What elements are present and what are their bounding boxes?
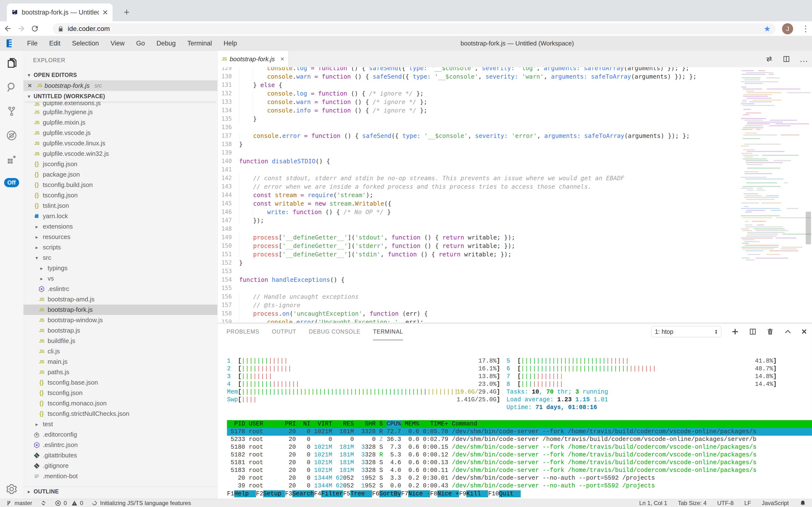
file-.eslintrc[interactable]: .eslintrc (23, 284, 217, 294)
split-editor-icon[interactable] (783, 55, 790, 63)
file-gulpfile.vscode.js[interactable]: JSgulpfile.vscode.js (23, 128, 217, 138)
process-row[interactable]: 5181 root 20 0 1021M 181M 3328 S 4.6 0.6… (227, 459, 812, 467)
kill-terminal-trash-icon[interactable] (766, 328, 774, 336)
menu-debug[interactable]: Debug (150, 40, 182, 47)
terminal-select[interactable]: 1: htop ▲▼ (651, 326, 721, 337)
process-row[interactable]: 39 root 20 0 1344M 62052 1952 S 0.0 0.2 … (227, 482, 812, 490)
fkey-f8[interactable]: F8 (430, 490, 437, 497)
htop-fkey-bar[interactable]: F1Help F2Setup F3SearchF4FilterF5Tree F6… (227, 490, 812, 498)
more-actions-icon[interactable]: … (799, 57, 808, 61)
file-.editorconfig[interactable]: .editorconfig (23, 429, 217, 440)
status-eol[interactable]: LF (744, 500, 751, 507)
file-.eslintrc.json[interactable]: .eslintrc.json (23, 440, 217, 450)
status-encoding[interactable]: UTF-8 (717, 500, 734, 507)
fkey-f5[interactable]: F5 (343, 490, 350, 497)
terminal-htop[interactable]: 1 [||||||||||||17.8%]2 [|||||||||||||16.… (227, 340, 812, 499)
activitybar-extensions[interactable] (0, 148, 23, 172)
file-tslint.json[interactable]: {}tslint.json (23, 201, 217, 211)
fkey-f6[interactable]: F6 (372, 490, 379, 497)
file-bootstrap-fork.js[interactable]: JSbootstrap-fork.js (23, 304, 217, 315)
reload-icon[interactable] (30, 24, 44, 33)
editor-tab-bootstrap-fork[interactable]: JS bootstrap-fork.js × (218, 51, 289, 67)
folder-test[interactable]: ▸test (23, 419, 217, 429)
file-yarn.lock[interactable]: yarn.lock (23, 211, 217, 221)
file-tsconfig.base.json[interactable]: {}tsconfig.base.json (23, 377, 217, 388)
panel-tab-terminal[interactable]: TERMINAL (373, 323, 403, 340)
file-tsconfig.strictNullChecks.json[interactable]: {}tsconfig.strictNullChecks.json (23, 408, 217, 419)
folder-extensions[interactable]: ▸extensions (23, 221, 217, 232)
file-tsconfig.json[interactable]: {}tsconfig.json (23, 190, 217, 201)
folder-resources[interactable]: ▸resources (23, 232, 217, 242)
folder-typings[interactable]: ▸typings (23, 263, 217, 273)
off-toggle-badge[interactable]: Off (4, 178, 19, 187)
outline-section[interactable]: ▸ OUTLINE (23, 486, 217, 497)
forward-icon[interactable] (17, 24, 30, 33)
minimap[interactable] (741, 70, 798, 264)
tab-close-icon[interactable]: ✕ (102, 8, 108, 17)
avatar[interactable]: J (782, 23, 793, 34)
new-terminal-icon[interactable] (731, 328, 739, 336)
close-icon[interactable]: × (28, 82, 35, 90)
file-tsconfig.monaco.json[interactable]: {}tsconfig.monaco.json (23, 398, 217, 408)
activitybar-debug-disabled[interactable] (0, 123, 23, 148)
menu-help[interactable]: Help (218, 40, 243, 47)
open-editors-section[interactable]: ▾ OPEN EDITORS (23, 70, 217, 80)
menu-selection[interactable]: Selection (66, 40, 105, 47)
file-bootstrap.js[interactable]: JSbootstrap.js (23, 325, 217, 336)
menu-view[interactable]: View (105, 40, 130, 47)
activitybar-search[interactable] (0, 75, 23, 99)
sync-icon[interactable] (40, 500, 47, 506)
open-editor-item[interactable]: × JS bootstrap-fork.js src (23, 80, 217, 91)
status-language-mode[interactable]: JavaScript (762, 500, 789, 507)
close-icon[interactable]: × (280, 55, 284, 63)
file-gulpfile.hygiene.js[interactable]: JSgulpfile.hygiene.js (23, 107, 217, 117)
browser-tab[interactable]: bootstrap-fork.js — Untitled (W ✕ (7, 3, 113, 21)
panel-tab-debug-console[interactable]: DEBUG CONSOLE (309, 323, 361, 340)
close-panel-icon[interactable]: × (802, 327, 807, 337)
file-.gitattributes[interactable]: .gitattributes (23, 450, 217, 460)
file-paths.js[interactable]: JSpaths.js (23, 367, 217, 377)
code-editor[interactable]: 129console.log = function () { safeSend(… (218, 67, 812, 323)
folder-scripts[interactable]: ▸scripts (23, 242, 217, 252)
file-gulpfile.vscode.win32.js[interactable]: JSgulpfile.vscode.win32.js (23, 149, 217, 159)
process-row[interactable]: 5182 root 20 0 1021M 181M 3328 R 5.3 0.6… (227, 451, 812, 459)
language-status-item[interactable]: Initializing JS/TS language features (91, 500, 191, 507)
file-main.js[interactable]: JSmain.js (23, 356, 217, 367)
panel-tab-problems[interactable]: PROBLEMS (227, 323, 259, 340)
fkey-f7[interactable]: F7 (401, 490, 408, 497)
process-row[interactable]: 5183 root 20 0 1021M 181M 3328 S 4.0 0.6… (227, 467, 812, 474)
file-tsconfig.json[interactable]: {}tsconfig.json (23, 388, 217, 398)
editor-scrollbar[interactable] (806, 212, 811, 244)
settings-gear-icon[interactable] (0, 484, 23, 494)
panel-tab-output[interactable]: OUTPUT (272, 323, 296, 340)
file-.mention-bot[interactable]: .mention-bot (23, 471, 217, 482)
process-row[interactable]: 5180 root 20 0 1021M 181M 3328 S 7.3 0.6… (227, 443, 812, 451)
notifications-bell-icon[interactable] (799, 500, 806, 507)
menu-terminal[interactable]: Terminal (182, 40, 218, 47)
folder-src[interactable]: ▾src (23, 252, 217, 263)
file-jsconfig.json[interactable]: {}jsconfig.json (23, 159, 217, 169)
fkey-f1[interactable]: F1 (227, 490, 234, 497)
fkey-f2[interactable]: F2 (256, 490, 263, 497)
browser-menu-icon[interactable]: ⋮ (802, 24, 810, 34)
file-package.json[interactable]: {}package.json (23, 169, 217, 180)
workspace-section[interactable]: ▾ UNTITLED (WORKSPACE) (23, 91, 217, 102)
menu-file[interactable]: File (21, 40, 44, 47)
process-row[interactable]: 5233 root 20 0 0 0 0 Z 36.3 0.0 0:02.79 … (227, 436, 812, 443)
open-changes-icon[interactable] (765, 55, 773, 63)
fkey-f9[interactable]: F9 (459, 490, 466, 497)
file-tsconfig.build.json[interactable]: {}tsconfig.build.json (23, 180, 217, 190)
file-cli.js[interactable]: JScli.js (23, 346, 217, 356)
menu-go[interactable]: Go (130, 40, 150, 47)
back-icon[interactable] (3, 24, 17, 33)
file-gulpfile.vscode.linux.js[interactable]: JSgulpfile.vscode.linux.js (23, 138, 217, 149)
file-bootstrap-window.js[interactable]: JSbootstrap-window.js (23, 315, 217, 325)
address-bar[interactable]: ide.coder.com ★ (53, 23, 775, 34)
fkey-f3[interactable]: F3 (285, 490, 292, 497)
process-row[interactable]: 5178 root 20 0 1021M 181M 3328 R 72.7 0.… (227, 428, 812, 436)
folder-vs[interactable]: ▸vs (23, 273, 217, 284)
file-.gitignore[interactable]: .gitignore (23, 460, 217, 471)
file-gulpfile.mixin.js[interactable]: JSgulpfile.mixin.js (23, 117, 217, 128)
split-terminal-icon[interactable] (749, 328, 757, 336)
status-tab-size[interactable]: Tab Size: 4 (678, 500, 706, 507)
